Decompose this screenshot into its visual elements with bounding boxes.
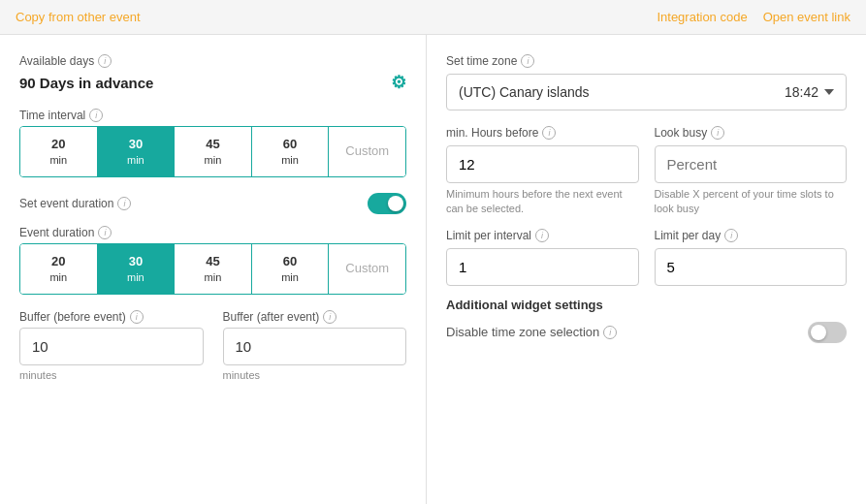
- min-hours-hint: Minimum hours before the next event can …: [446, 187, 639, 217]
- buffer-before-info-icon: i: [130, 310, 144, 324]
- look-busy-info-icon: i: [711, 126, 724, 140]
- buffer-after-label-row: Buffer (after event) i: [223, 310, 407, 324]
- look-busy-group: Look busy i Disable X percent of your ti…: [655, 126, 848, 217]
- available-days-value-row: 90 Days in advance ⚙: [19, 72, 406, 93]
- time-interval-selector: 20min 30min 45min 60min Custom: [19, 126, 406, 177]
- top-bar-actions: Integration code Open event link: [657, 10, 850, 24]
- timezone-label: Set time zone: [446, 54, 517, 68]
- buffer-after-info-icon: i: [323, 310, 337, 324]
- interval-btn-30min[interactable]: 30min: [98, 127, 176, 176]
- limit-row: Limit per interval i Limit per day i: [446, 229, 847, 286]
- buffer-before-label: Buffer (before event): [19, 310, 126, 324]
- set-event-duration-label: Set event duration: [19, 197, 113, 210]
- available-days-info-icon: i: [98, 54, 112, 68]
- time-interval-label-row: Time interval i: [19, 109, 406, 122]
- timezone-time-group: 18:42: [785, 84, 834, 100]
- event-duration-selector: 20min 30min 45min 60min Custom: [19, 243, 406, 295]
- copy-event-link[interactable]: Copy from other event: [16, 10, 141, 24]
- limit-interval-info-icon: i: [535, 229, 549, 242]
- disable-timezone-label: Disable time zone selection: [446, 325, 599, 339]
- available-days-label: Available days: [19, 54, 94, 68]
- look-busy-label-row: Look busy i: [655, 126, 848, 140]
- buffer-after-unit: minutes: [223, 369, 407, 381]
- buffer-before-group: Buffer (before event) i 10 minutes: [19, 310, 204, 381]
- main-content: Available days i 90 Days in advance ⚙ Ti…: [0, 35, 866, 504]
- buffer-after-group: Buffer (after event) i 10 minutes: [223, 310, 407, 381]
- event-duration-btn-45min[interactable]: 45min: [175, 244, 252, 294]
- interval-btn-custom[interactable]: Custom: [329, 127, 405, 176]
- min-hours-group: min. Hours before i Minimum hours before…: [446, 126, 639, 217]
- min-hours-info-icon: i: [542, 126, 556, 140]
- timezone-time: 18:42: [785, 84, 818, 100]
- top-bar: Copy from other event Integration code O…: [0, 0, 866, 35]
- look-busy-label: Look busy: [655, 126, 708, 140]
- buffer-before-input[interactable]: 10: [19, 328, 204, 365]
- timezone-selector[interactable]: (UTC) Canary islands 18:42: [446, 74, 847, 110]
- event-duration-btn-20min[interactable]: 20min: [20, 244, 98, 294]
- set-event-duration-info-icon: i: [117, 197, 131, 210]
- buffer-after-value: 10: [236, 338, 252, 355]
- disable-timezone-info-icon: i: [603, 326, 617, 339]
- additional-settings-title: Additional widget settings: [446, 298, 847, 312]
- buffer-before-unit: minutes: [19, 369, 204, 381]
- set-event-duration-toggle[interactable]: [368, 193, 406, 214]
- limit-interval-label: Limit per interval: [446, 229, 531, 242]
- event-duration-info-icon: i: [98, 226, 112, 239]
- interval-btn-60min[interactable]: 60min: [252, 127, 330, 176]
- event-duration-label-row: Event duration i: [19, 226, 406, 239]
- set-event-duration-label-group: Set event duration i: [19, 197, 131, 210]
- right-panel: Set time zone i (UTC) Canary islands 18:…: [427, 35, 866, 504]
- timezone-label-row: Set time zone i: [446, 54, 847, 68]
- limit-interval-group: Limit per interval i: [446, 229, 639, 286]
- limit-day-input[interactable]: [655, 248, 848, 286]
- disable-timezone-row: Disable time zone selection i: [446, 322, 847, 343]
- min-hours-label: min. Hours before: [446, 126, 538, 140]
- buffer-before-value: 10: [32, 338, 48, 355]
- set-event-duration-row: Set event duration i: [19, 193, 406, 214]
- look-busy-input[interactable]: [655, 145, 848, 183]
- limit-interval-input[interactable]: [446, 248, 639, 286]
- left-panel: Available days i 90 Days in advance ⚙ Ti…: [0, 35, 427, 504]
- event-duration-label: Event duration: [19, 226, 94, 239]
- timezone-info-icon: i: [521, 54, 534, 68]
- event-duration-btn-30min[interactable]: 30min: [98, 244, 176, 294]
- integration-code-link[interactable]: Integration code: [657, 10, 747, 24]
- event-duration-btn-custom[interactable]: Custom: [329, 244, 405, 294]
- chevron-down-icon: [824, 89, 834, 95]
- buffer-row: Buffer (before event) i 10 minutes Buffe…: [19, 310, 406, 381]
- disable-timezone-toggle[interactable]: [808, 322, 847, 343]
- limit-day-label: Limit per day: [655, 229, 722, 242]
- hours-busy-row: min. Hours before i Minimum hours before…: [446, 126, 847, 217]
- min-hours-label-row: min. Hours before i: [446, 126, 639, 140]
- time-interval-label: Time interval: [19, 109, 85, 122]
- min-hours-input[interactable]: [446, 145, 639, 183]
- time-interval-info-icon: i: [89, 109, 103, 122]
- buffer-after-label: Buffer (after event): [223, 310, 320, 324]
- buffer-after-input[interactable]: 10: [223, 328, 407, 365]
- limit-interval-label-row: Limit per interval i: [446, 229, 639, 242]
- available-days-label-row: Available days i: [19, 54, 406, 68]
- timezone-value: (UTC) Canary islands: [459, 84, 590, 100]
- copy-from-event-link[interactable]: Copy from other event: [16, 10, 141, 24]
- limit-day-group: Limit per day i: [655, 229, 848, 286]
- available-days-value: 90 Days in advance: [19, 75, 153, 91]
- interval-btn-20min[interactable]: 20min: [20, 127, 98, 176]
- limit-day-label-row: Limit per day i: [655, 229, 848, 242]
- disable-timezone-label-group: Disable time zone selection i: [446, 325, 617, 339]
- buffer-before-label-row: Buffer (before event) i: [19, 310, 204, 324]
- open-event-link[interactable]: Open event link: [763, 10, 850, 24]
- limit-day-info-icon: i: [724, 229, 738, 242]
- gear-icon[interactable]: ⚙: [391, 72, 406, 93]
- interval-btn-45min[interactable]: 45min: [175, 127, 252, 176]
- event-duration-btn-60min[interactable]: 60min: [252, 244, 330, 294]
- look-busy-hint: Disable X percent of your time slots to …: [655, 187, 848, 217]
